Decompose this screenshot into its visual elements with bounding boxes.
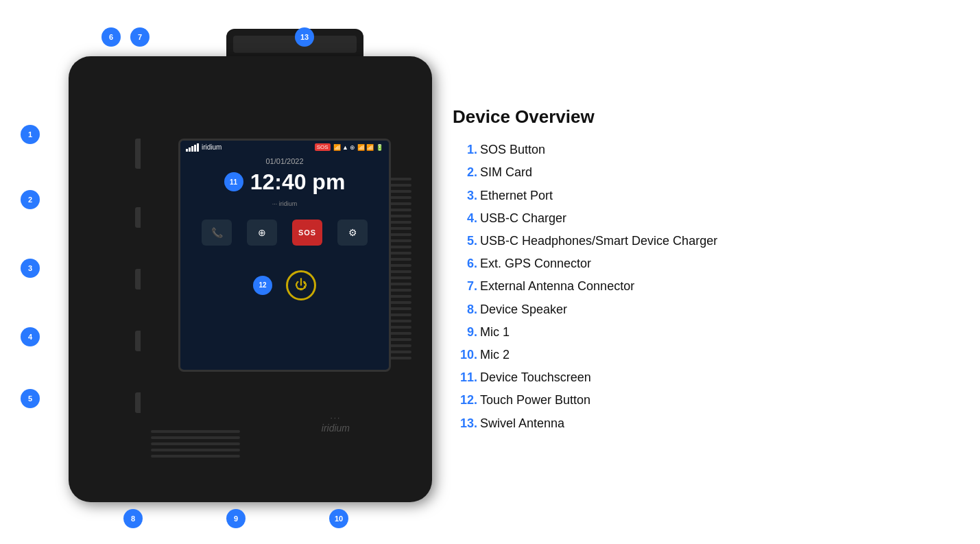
item-label: Device Speaker: [480, 301, 567, 318]
item-number: 5.: [453, 233, 477, 250]
list-item: 11.Device Touchscreen: [453, 369, 953, 386]
item-label: USB-C Charger: [480, 210, 566, 227]
screen-call-btn[interactable]: 📞: [202, 220, 232, 246]
screen-status-bar: iridium SOS 📶 ▲ ⊕ 📶 📶 🔋: [180, 141, 389, 154]
screen-time-area: 11 12:40 pm: [180, 165, 389, 199]
list-item: 13.Swivel Antenna: [453, 415, 953, 432]
list-item: 5.USB-C Headphones/Smart Device Charger: [453, 233, 953, 250]
screen-power-area: 12 ⏻: [180, 259, 389, 311]
item-number: 12.: [453, 392, 477, 409]
info-panel: Device Overview 1.SOS Button2.SIM Card3.…: [425, 93, 980, 451]
callout-1: 1: [21, 125, 40, 144]
screen-power-btn[interactable]: ⏻: [286, 270, 316, 300]
bottom-speaker: [151, 427, 240, 461]
device-body: iridium iridium SOS 📶 ▲ ⊕ 📶 📶 🔋 01/01/20…: [69, 56, 432, 502]
screen-date: 01/01/2022: [180, 154, 389, 165]
item-number: 8.: [453, 301, 477, 318]
side-btn-mid3[interactable]: [135, 331, 141, 351]
device-area: iridium iridium SOS 📶 ▲ ⊕ 📶 📶 🔋 01/01/20…: [0, 15, 425, 530]
callout-9: 9: [226, 509, 246, 528]
item-number: 6.: [453, 255, 477, 272]
screen-time: 12:40 pm: [250, 169, 346, 195]
callout-6: 6: [101, 27, 121, 47]
list-item: 12.Touch Power Button: [453, 392, 953, 409]
item-number: 9.: [453, 324, 477, 341]
list-item: 7.External Antenna Connector: [453, 278, 953, 295]
callout-10: 10: [329, 509, 348, 528]
callout-5: 5: [21, 389, 40, 408]
callout-7: 7: [130, 27, 150, 47]
item-number: 2.: [453, 164, 477, 181]
item-label: Mic 1: [480, 324, 510, 341]
screen-iridium: iridium: [202, 143, 222, 151]
item-number: 7.: [453, 278, 477, 295]
screen-globe-btn[interactable]: ⊕: [247, 220, 277, 246]
screen-settings-btn[interactable]: ⚙: [337, 220, 368, 246]
callout-4: 4: [21, 327, 40, 346]
list-item: 3.Ethernet Port: [453, 187, 953, 204]
screen-sos-btn[interactable]: SOS: [292, 220, 322, 246]
item-label: SIM Card: [480, 164, 532, 181]
list-item: 4.USB-C Charger: [453, 210, 953, 227]
side-btn-top[interactable]: [135, 139, 141, 169]
item-number: 11.: [453, 369, 477, 386]
callout-13: 13: [295, 27, 314, 47]
item-label: USB-C Headphones/Smart Device Charger: [480, 233, 717, 250]
side-btn-bot[interactable]: [135, 392, 141, 413]
callout-3: 3: [21, 259, 40, 278]
item-label: Device Touchscreen: [480, 369, 591, 386]
main-container: iridium iridium SOS 📶 ▲ ⊕ 📶 📶 🔋 01/01/20…: [0, 0, 980, 544]
callout-2: 2: [21, 190, 40, 209]
callout-11-screen: 11: [224, 172, 243, 191]
list-item: 2.SIM Card: [453, 164, 953, 181]
item-label: SOS Button: [480, 141, 545, 158]
item-number: 10.: [453, 346, 477, 364]
item-label: External Antenna Connector: [480, 278, 634, 295]
screen-status-icons: 📶 ▲ ⊕ 📶 📶 🔋: [333, 144, 383, 151]
item-label: Ethernet Port: [480, 187, 553, 204]
item-number: 1.: [453, 141, 477, 158]
screen-buttons-row: 📞 ⊕ SOS ⚙: [180, 213, 389, 252]
device-logo: iridium: [322, 413, 350, 434]
list-item: 1.SOS Button: [453, 141, 953, 158]
page-title: Device Overview: [453, 106, 953, 128]
screen-sos-badge: SOS: [315, 143, 331, 151]
callout-8: 8: [123, 509, 143, 528]
item-label: Touch Power Button: [480, 392, 590, 409]
side-btn-mid2[interactable]: [135, 269, 141, 289]
item-label: Mic 2: [480, 346, 510, 364]
item-number: 13.: [453, 415, 477, 432]
list-item: 8.Device Speaker: [453, 301, 953, 318]
item-number: 3.: [453, 187, 477, 204]
item-label: Swivel Antenna: [480, 415, 564, 432]
screen-iridium-dots: ··· iridium: [180, 199, 389, 209]
signal-bars: [186, 143, 199, 152]
list-item: 9.Mic 1: [453, 324, 953, 341]
side-btn-mid1[interactable]: [135, 207, 141, 228]
device-parts-list: 1.SOS Button2.SIM Card3.Ethernet Port4.U…: [453, 141, 953, 437]
list-item: 6.Ext. GPS Connector: [453, 255, 953, 272]
item-label: Ext. GPS Connector: [480, 255, 591, 272]
item-number: 4.: [453, 210, 477, 227]
callout-12-screen: 12: [253, 276, 272, 295]
device-screen: iridium SOS 📶 ▲ ⊕ 📶 📶 🔋 01/01/2022 11 12…: [178, 139, 391, 372]
list-item: 10.Mic 2: [453, 346, 953, 364]
